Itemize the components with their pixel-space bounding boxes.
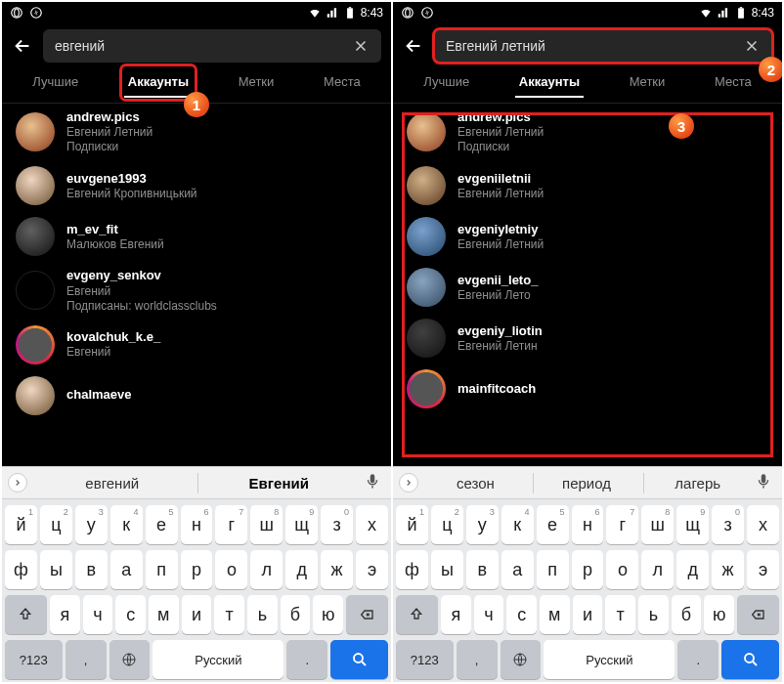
result-row[interactable]: andrew.picsЕвгений ЛетнийПодписки xyxy=(393,104,782,160)
key-д[interactable]: д xyxy=(285,550,318,589)
tab-метки[interactable]: Метки xyxy=(235,68,279,97)
key-щ[interactable]: щ9 xyxy=(285,505,318,544)
key-а[interactable]: а xyxy=(110,550,143,589)
tab-аккаунты[interactable]: Аккаунты xyxy=(515,68,584,97)
result-row[interactable]: evgeniyletniyЕвгений Летний xyxy=(393,211,782,262)
clear-icon[interactable] xyxy=(743,37,761,55)
suggestion[interactable]: период xyxy=(533,473,640,493)
key-ь[interactable]: ь xyxy=(638,595,669,634)
key-й[interactable]: й1 xyxy=(396,505,428,544)
tab-аккаунты[interactable]: Аккаунты xyxy=(124,68,193,97)
chevron-right-icon[interactable] xyxy=(399,473,418,492)
tab-лучшие[interactable]: Лучшие xyxy=(28,68,82,97)
chevron-right-icon[interactable] xyxy=(8,473,27,492)
tab-лучшие[interactable]: Лучшие xyxy=(419,68,473,97)
key-ю[interactable]: ю xyxy=(313,595,343,634)
key-ы[interactable]: ы xyxy=(431,550,463,589)
key-ш[interactable]: ш8 xyxy=(641,505,674,544)
result-row[interactable]: euvgene1993Евгений Кропивницький xyxy=(2,160,391,211)
suggestion[interactable]: сезон xyxy=(422,473,529,493)
key-ж[interactable]: ж xyxy=(712,550,744,589)
key-т[interactable]: т xyxy=(605,595,635,634)
key-р[interactable]: р xyxy=(572,550,604,589)
comma-key[interactable]: , xyxy=(65,640,107,679)
key-т[interactable]: т xyxy=(214,595,244,634)
tab-метки[interactable]: Метки xyxy=(626,68,670,97)
key-у[interactable]: у3 xyxy=(75,505,108,544)
key-л[interactable]: л xyxy=(250,550,283,589)
suggestion[interactable]: Евгений xyxy=(197,473,361,493)
mic-icon[interactable] xyxy=(364,472,385,493)
tab-места[interactable]: Места xyxy=(711,68,756,97)
result-row[interactable]: kovalchuk_k.e_Евгений xyxy=(2,320,391,370)
backspace-key[interactable] xyxy=(737,595,779,634)
key-ю[interactable]: ю xyxy=(704,595,734,634)
key-в[interactable]: в xyxy=(466,550,499,589)
result-row[interactable]: mainfitcoach xyxy=(393,363,782,414)
key-и[interactable]: и xyxy=(182,595,212,634)
back-arrow-icon[interactable] xyxy=(403,35,424,57)
key-е[interactable]: е5 xyxy=(537,505,569,544)
dot-key[interactable]: . xyxy=(286,640,327,679)
key-г[interactable]: г7 xyxy=(215,505,247,544)
key-п[interactable]: п xyxy=(146,550,178,589)
key-э[interactable]: э xyxy=(747,550,779,589)
key-х[interactable]: х xyxy=(356,505,388,544)
back-arrow-icon[interactable] xyxy=(12,35,33,57)
globe-key[interactable] xyxy=(501,640,542,679)
key-р[interactable]: р xyxy=(181,550,213,589)
search-input[interactable]: евгений xyxy=(43,29,381,63)
key-ш[interactable]: ш8 xyxy=(250,505,283,544)
key-я[interactable]: я xyxy=(441,595,471,634)
key-э[interactable]: э xyxy=(356,550,388,589)
key-г[interactable]: г7 xyxy=(606,505,638,544)
key-ж[interactable]: ж xyxy=(321,550,353,589)
key-к[interactable]: к4 xyxy=(110,505,143,544)
shift-key[interactable] xyxy=(5,595,47,634)
clear-icon[interactable] xyxy=(352,37,370,55)
key-ч[interactable]: ч xyxy=(83,595,113,634)
key-м[interactable]: м xyxy=(540,595,570,634)
space-key[interactable]: Русский xyxy=(152,640,283,679)
key-ф[interactable]: ф xyxy=(396,550,428,589)
suggestion[interactable]: лагерь xyxy=(643,473,751,493)
key-н[interactable]: н6 xyxy=(572,505,604,544)
key-е[interactable]: е5 xyxy=(146,505,178,544)
key-а[interactable]: а xyxy=(501,550,534,589)
search-key[interactable] xyxy=(721,640,779,679)
key-щ[interactable]: щ9 xyxy=(676,505,709,544)
result-row[interactable]: evgeniy_liotinЕвгений Летин xyxy=(393,313,782,363)
key-ц[interactable]: ц2 xyxy=(431,505,463,544)
key-л[interactable]: л xyxy=(641,550,674,589)
key-б[interactable]: б xyxy=(281,595,311,634)
key-и[interactable]: и xyxy=(573,595,603,634)
result-row[interactable]: evgenii_leto_Евгений Лето xyxy=(393,262,782,313)
tab-места[interactable]: Места xyxy=(320,68,365,97)
result-row[interactable]: m_ev_fitМалюков Евгений xyxy=(2,211,391,262)
search-input[interactable]: Евгений летний xyxy=(434,29,772,63)
key-ч[interactable]: ч xyxy=(474,595,504,634)
dot-key[interactable]: . xyxy=(677,640,719,679)
space-key[interactable]: Русский xyxy=(544,640,675,679)
key-х[interactable]: х xyxy=(747,505,779,544)
key-с[interactable]: с xyxy=(115,595,146,634)
comma-key[interactable]: , xyxy=(457,640,498,679)
key-з[interactable]: з0 xyxy=(712,505,744,544)
key-о[interactable]: о xyxy=(606,550,638,589)
key-з[interactable]: з0 xyxy=(321,505,353,544)
key-б[interactable]: б xyxy=(672,595,702,634)
result-row[interactable]: evgeny_senkovЕвгенийПодписаны: worldclas… xyxy=(2,262,391,319)
key-ф[interactable]: ф xyxy=(5,550,37,589)
key-у[interactable]: у3 xyxy=(466,505,499,544)
backspace-key[interactable] xyxy=(346,595,388,634)
key-о[interactable]: о xyxy=(215,550,247,589)
mode-key[interactable]: ?123 xyxy=(5,640,63,679)
key-я[interactable]: я xyxy=(50,595,80,634)
key-п[interactable]: п xyxy=(537,550,569,589)
result-row[interactable]: evgeniiletniiЕвгений Летний xyxy=(393,160,782,211)
key-с[interactable]: с xyxy=(506,595,537,634)
suggestion[interactable]: евгений xyxy=(31,473,194,493)
key-ы[interactable]: ы xyxy=(40,550,72,589)
key-в[interactable]: в xyxy=(75,550,108,589)
mode-key[interactable]: ?123 xyxy=(396,640,454,679)
